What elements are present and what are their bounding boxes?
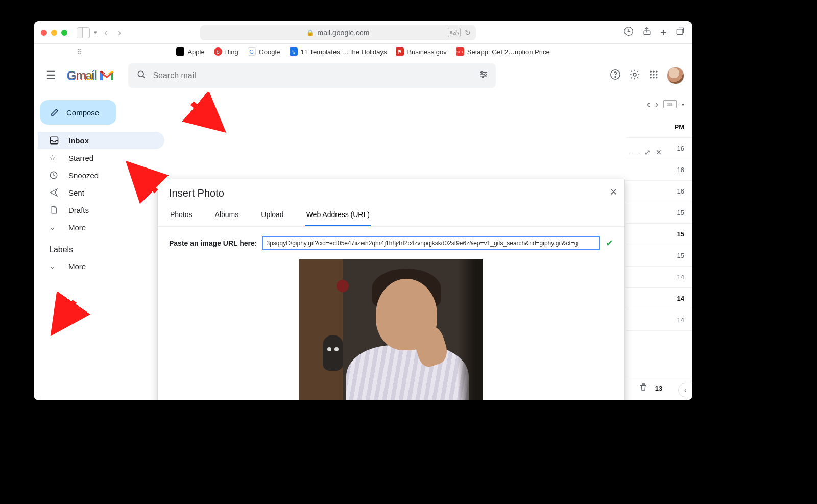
page-next-icon[interactable]: › [655,99,658,110]
side-panel-expand-icon[interactable]: ‹ [678,383,692,397]
page-prev-icon[interactable]: ‹ [647,99,650,110]
search-input[interactable] [153,71,488,80]
bookmarks-bar: ⠿ Apple bBing GGoogle ↘11 Templates … th… [34,44,692,59]
chevron-down-icon: ⌄ [49,261,59,271]
sidebar-item-inbox[interactable]: Inbox [38,132,164,149]
input-mode-dropdown-icon[interactable]: ▾ [682,102,684,107]
svg-point-10 [650,70,652,72]
close-window-button[interactable] [41,30,47,36]
new-tab-icon[interactable]: + [660,26,667,39]
gmail-brand-text: Gmail [67,69,97,82]
tab-albums[interactable]: Albums [214,204,240,226]
search-bar[interactable] [128,63,496,88]
lock-icon: 🔒 [306,29,314,36]
bookmark-google[interactable]: GGoogle [248,47,280,56]
compose-minimize-icon[interactable]: — [632,148,639,156]
mail-row-time[interactable]: 14 [626,267,692,288]
nav-forward-icon[interactable]: › [115,27,125,38]
mail-row-time[interactable]: 15 [626,224,692,245]
sidebar-item-sent[interactable]: Sent [38,184,164,201]
dialog-title: Insert Photo [158,179,624,204]
account-avatar[interactable] [667,67,684,84]
svg-point-9 [633,73,636,76]
clock-icon [49,171,59,180]
sidebar-labels-more[interactable]: ⌄ More [38,257,164,275]
help-icon[interactable] [610,69,621,83]
reload-icon[interactable]: ↻ [465,29,471,37]
svg-point-11 [653,70,654,72]
compose-expand-icon[interactable]: ⤢ [644,148,651,156]
compose-window-controls: — ⤢ ✕ [632,148,662,156]
tab-web-address[interactable]: Web Address (URL) [305,204,371,226]
gmail-body: Compose Inbox ☆ Starred Snoozed Sent Dra… [34,92,692,400]
svg-point-14 [653,74,654,75]
compose-button[interactable]: Compose [40,100,116,125]
bookmark-setapp[interactable]: SETSetapp: Get 2…ription Price [456,47,550,56]
compose-close-icon[interactable]: ✕ [656,148,662,156]
svg-point-3 [138,71,144,77]
svg-point-12 [656,70,657,72]
search-options-icon[interactable] [478,69,489,82]
mail-row-time[interactable]: 14 [626,309,692,331]
mail-row-time[interactable]: 14 [626,288,692,309]
sidebar-item-snoozed[interactable]: Snoozed [38,166,164,184]
translate-icon[interactable]: ᴀあ [448,28,461,37]
address-bar[interactable]: 🔒 mail.google.com ᴀあ ↻ [200,25,476,40]
sidebar-item-starred[interactable]: ☆ Starred [38,149,164,166]
mail-row-time[interactable]: 16 [626,181,692,202]
mail-row-time[interactable]: PM [626,116,692,138]
sidebar-item-more[interactable]: ⌄ More [38,219,164,236]
sidebar-item-label: Inbox [68,136,89,145]
tab-upload[interactable]: Upload [260,204,284,226]
minimize-window-button[interactable] [51,30,57,36]
mail-row-time[interactable]: 16 [626,159,692,181]
share-icon[interactable] [642,26,652,39]
svg-point-15 [656,74,657,75]
svg-rect-2 [677,29,683,34]
url-valid-check-icon: ✔ [606,237,613,249]
svg-point-16 [650,77,652,78]
sidebar-toggle-icon[interactable] [77,27,90,38]
tab-dropdown-icon[interactable]: ▾ [94,29,97,36]
bookmark-bing[interactable]: bBing [214,47,238,56]
sidebar-item-label: More [68,262,86,271]
sidebar-item-label: Sent [68,188,84,197]
browser-window: ▾ ‹ › 🔒 mail.google.com ᴀあ ↻ + ⠿ App [34,21,692,400]
sidebar-item-drafts[interactable]: Drafts [38,201,164,219]
input-mode-icon[interactable]: ⌨ [663,100,677,108]
bookmark-apple[interactable]: Apple [176,47,204,56]
mail-row-time[interactable]: 15 [626,202,692,224]
svg-point-4 [481,71,483,73]
sidebar-item-label: Snoozed [68,171,99,180]
browser-toolbar-right: + [623,26,685,39]
main-menu-icon[interactable]: ☰ [42,65,60,86]
discard-draft-icon[interactable] [638,382,648,394]
google-apps-icon[interactable] [648,69,659,82]
mail-row-time[interactable]: 15 [626,245,692,267]
nav-back-icon[interactable]: ‹ [101,27,111,38]
downloads-icon[interactable] [623,26,634,39]
sidebar-item-label: Starred [68,154,93,162]
inbox-icon [49,135,59,146]
mail-list-edge: ‹ › ⌨ ▾ — ⤢ ✕ PM 16 16 16 15 15 15 14 14 [626,92,692,400]
mail-row-time: 13 [654,385,664,392]
settings-icon[interactable] [629,69,640,83]
file-icon [49,205,59,214]
bookmark-templates[interactable]: ↘11 Templates … the Holidays [290,47,387,56]
svg-point-13 [650,74,652,75]
tab-overview-icon[interactable] [675,26,685,39]
maximize-window-button[interactable] [61,30,67,36]
gmail-header: ☰ Gmail Gmail Gmail [34,59,692,92]
gmail-m-icon [99,70,114,81]
svg-point-8 [615,76,616,77]
gmail-sidebar: Compose Inbox ☆ Starred Snoozed Sent Dra… [34,92,164,400]
send-icon [49,188,59,197]
sidebar-item-label: More [68,223,86,232]
labels-heading: Labels [38,236,164,257]
image-url-input[interactable] [262,236,600,250]
apps-grid-icon[interactable]: ⠿ [77,48,82,56]
dialog-close-icon[interactable]: ✕ [610,186,617,198]
tab-photos[interactable]: Photos [169,204,194,226]
bookmark-business-gov[interactable]: ⚑Business gov [396,47,446,56]
address-bar-url: mail.google.com [317,29,369,37]
